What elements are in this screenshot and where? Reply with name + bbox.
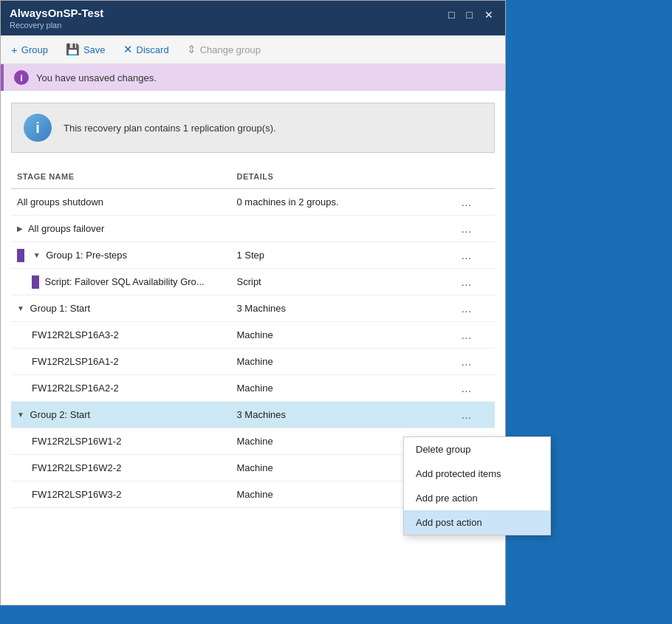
row-details: Machine [231, 325, 451, 345]
row-actions: … [450, 349, 495, 374]
row-menu-button[interactable]: … [456, 274, 478, 289]
change-group-label: Change group [200, 44, 261, 55]
close-button[interactable]: ✕ [481, 8, 496, 21]
row-actions: … [450, 323, 495, 347]
row-stage-name: ▼ Group 1: Start [11, 298, 231, 318]
row-details: 1 Step [231, 245, 451, 265]
row-stage-name: FW12R2LSP16W1-2 [11, 431, 231, 451]
row-stage-name: FW12R2LSP16W2-2 [11, 458, 231, 478]
row-actions: … [450, 296, 495, 320]
window-title: AlwaysOnSP-Test [10, 7, 103, 19]
chevron-down-icon: ▼ [33, 251, 41, 259]
alert-message: You have unsaved changes. [36, 72, 157, 83]
context-menu-item-add-post-action[interactable]: Add post action [404, 510, 550, 535]
row-actions: … [450, 376, 495, 400]
main-window: AlwaysOnSP-Test Recovery plan □ □ ✕ + Gr… [0, 0, 506, 606]
col-header-stage: STAGE NAME [11, 169, 231, 184]
chevron-right-icon: ▶ [17, 224, 23, 233]
row-stage-name: ▼ Group 2: Start [11, 405, 231, 425]
discard-label: Discard [137, 44, 169, 55]
info-box-text: This recovery plan contains 1 replicatio… [64, 123, 276, 134]
alert-bar: i You have unsaved changes. [1, 64, 505, 91]
row-stage-name: FW12R2LSP16A3-2 [11, 325, 231, 345]
table-row: Script: Failover SQL Availability Gro...… [11, 269, 495, 295]
row-stage-name: All groups shutdown [11, 192, 231, 212]
row-stage-name: FW12R2LSP16A2-2 [11, 378, 231, 398]
table-header: STAGE NAME DETAILS [11, 165, 495, 189]
discard-icon: ✕ [123, 43, 133, 56]
discard-button[interactable]: ✕ Discard [122, 40, 171, 59]
row-actions: … [450, 216, 495, 241]
table-row: FW12R2LSP16A1-2 Machine … [11, 349, 495, 375]
context-menu: Delete group Add protected items Add pre… [403, 436, 551, 535]
script-icon [32, 275, 39, 289]
row-details: Machine [231, 378, 451, 398]
title-bar: AlwaysOnSP-Test Recovery plan □ □ ✕ [1, 1, 505, 35]
col-header-actions [450, 169, 495, 184]
row-stage-name: FW12R2LSP16W3-2 [11, 484, 231, 504]
col-header-details: DETAILS [231, 169, 451, 184]
minimize-button[interactable]: □ [445, 8, 457, 21]
row-menu-button[interactable]: … [456, 221, 478, 236]
row-actions: … [450, 270, 495, 294]
row-details: 3 Machines [231, 298, 451, 318]
save-button[interactable]: 💾 Save [64, 40, 107, 59]
row-menu-button[interactable]: … [456, 194, 478, 210]
row-menu-button[interactable]: … [456, 247, 478, 263]
change-group-icon: ⇕ [187, 43, 196, 56]
row-menu-button[interactable]: … [456, 327, 478, 343]
info-box: i This recovery plan contains 1 replicat… [11, 103, 495, 153]
title-bar-controls: □ □ ✕ [445, 8, 496, 21]
group-button[interactable]: + Group [10, 41, 49, 59]
table-row: FW12R2LSP16A3-2 Machine … [11, 322, 495, 349]
row-stage-name: Script: Failover SQL Availability Gro... [11, 271, 231, 293]
alert-icon: i [14, 70, 29, 85]
chevron-down-icon: ▼ [17, 304, 24, 312]
context-menu-item-add-protected[interactable]: Add protected items [404, 462, 550, 486]
table-row: ▼ Group 1: Pre-steps 1 Step … [11, 242, 495, 269]
context-menu-item-delete-group[interactable]: Delete group [404, 437, 550, 462]
table-row: ▼ Group 1: Start 3 Machines … [11, 295, 495, 322]
info-box-icon-container: i [22, 112, 53, 143]
window-subtitle: Recovery plan [10, 21, 103, 30]
row-menu-button[interactable]: … [456, 380, 478, 396]
info-circle-icon: i [24, 114, 52, 142]
table-row: ▼ Group 2: Start 3 Machines … [11, 402, 495, 428]
row-stage-name: FW12R2LSP16A1-2 [11, 352, 231, 371]
row-details: 0 machines in 2 groups. [231, 192, 451, 212]
row-details: Machine [231, 352, 451, 371]
row-stage-name: ▼ Group 1: Pre-steps [11, 244, 231, 267]
save-icon: 💾 [66, 43, 80, 56]
plus-icon: + [11, 44, 18, 56]
table-row: ▶ All groups failover … [11, 216, 495, 242]
row-menu-button[interactable]: … [456, 407, 478, 422]
row-details: Script [231, 272, 451, 292]
maximize-button[interactable]: □ [464, 8, 476, 21]
row-actions: … [450, 243, 495, 267]
table-row: FW12R2LSP16A2-2 Machine … [11, 375, 495, 402]
row-actions: … [450, 190, 495, 214]
change-group-button[interactable]: ⇕ Change group [185, 40, 262, 59]
row-actions: … [450, 402, 495, 427]
save-label: Save [83, 44, 106, 55]
group-icon [17, 249, 24, 262]
row-details: 3 Machines [231, 405, 451, 425]
row-details [231, 224, 451, 233]
context-menu-item-add-pre-action[interactable]: Add pre action [404, 486, 550, 510]
toolbar: + Group 💾 Save ✕ Discard ⇕ Change group [1, 35, 505, 64]
row-stage-name: ▶ All groups failover [11, 219, 231, 239]
chevron-down-icon: ▼ [17, 411, 24, 419]
row-menu-button[interactable]: … [456, 301, 478, 316]
title-bar-left: AlwaysOnSP-Test Recovery plan [10, 7, 103, 30]
row-menu-button[interactable]: … [456, 354, 478, 369]
group-label: Group [21, 44, 48, 55]
table-row: All groups shutdown 0 machines in 2 grou… [11, 189, 495, 216]
